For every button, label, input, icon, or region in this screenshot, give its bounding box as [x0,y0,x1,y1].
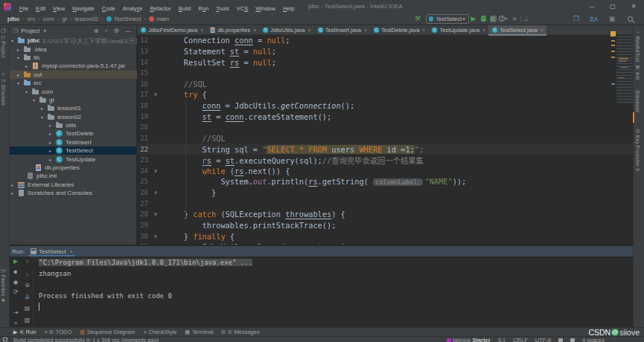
tab-close-icon[interactable]: × [482,28,485,33]
tree-arrow-icon[interactable]: ▸ [17,72,24,77]
project-panel-title[interactable]: Project [21,28,39,34]
tool-window-button[interactable]: ⊟0: Messages [221,329,259,335]
breadcrumb-item[interactable]: com› [43,16,62,22]
code-minimap[interactable] [616,36,633,104]
console-output[interactable]: "C:\Program Files\Java\jdk1.8.0_171\bin\… [34,256,633,328]
inspection-indicator[interactable] [610,31,616,36]
editor-tab[interactable]: TestSelect.java× [488,25,546,35]
menu-item[interactable]: Build [175,5,195,12]
breadcrumb-item[interactable]: jdbc› [7,16,28,22]
tree-row[interactable]: ▾jdbcE:\2021学习\大三下学期\JavaEE开发\my [10,36,137,45]
tool-window-button[interactable]: ▶4: Run [13,329,36,335]
menu-item[interactable]: Run [194,5,212,12]
settings-icon[interactable]: ⚙ [114,28,119,34]
tool-button[interactable]: ◎Key Promoter X [635,128,640,172]
tree-row[interactable]: ▾lib [10,54,137,62]
tab-close-icon[interactable]: × [422,28,425,33]
hide-panel-icon[interactable]: — [125,28,131,34]
breadcrumb-item[interactable]: main [149,16,175,22]
tree-arrow-icon[interactable]: ▾ [17,55,24,60]
menu-item[interactable]: VCS [233,5,252,12]
tree-row[interactable]: jdbc.iml [10,172,137,180]
toolwindow-switcher-icon[interactable] [3,338,7,341]
fold-icon[interactable]: ∧ [148,190,163,196]
tool-window-button[interactable]: ▥Sequence Diagram [80,329,135,335]
encoding[interactable]: UTF-8 [535,337,551,342]
menu-item[interactable]: View [49,5,68,12]
tree-row[interactable]: ▸TestSelect [10,146,137,155]
restore-layout-icon[interactable]: ◉ [13,277,19,287]
tree-row[interactable]: ▾gt [10,96,137,104]
locate-file-icon[interactable]: ⊕ [94,28,99,34]
lock-icon[interactable] [558,338,563,342]
indent-setting[interactable]: 4 spaces [582,337,605,342]
tab-close-icon[interactable]: × [200,28,203,33]
menu-item[interactable]: Analyze [119,5,147,12]
tree-row[interactable]: ▸TestUpdate [10,155,137,163]
tool-button[interactable]: ⚒Ant [635,65,640,80]
menu-item[interactable]: Help [279,5,298,12]
tree-arrow-icon[interactable]: ▸ [11,182,18,187]
editor-tab[interactable]: JdbcFirstDemo.java× [137,25,206,35]
minimize-button[interactable]: — [581,3,602,10]
menu-item[interactable]: Edit [32,5,49,12]
tree-arrow-icon[interactable]: ▾ [17,80,24,86]
tool-button-project[interactable]: ❐1: Project [1,28,6,57]
tree-arrow-icon[interactable]: ▸ [41,106,48,111]
editor-tab[interactable]: TestUpdate.java× [428,25,488,35]
editor-tab[interactable]: db.properties× [206,25,259,35]
tree-row[interactable]: ▸out [10,71,137,79]
menu-item[interactable]: File [16,5,32,12]
scroll-end-icon[interactable]: ⇊ [25,291,30,303]
tree-arrow-icon[interactable]: ▾ [11,38,18,43]
rerun-icon[interactable]: ▶ [13,256,18,267]
down-stack-icon[interactable]: ↓ [26,268,29,280]
breadcrumb-item[interactable]: gt› [62,16,74,22]
menu-item[interactable]: Window [252,5,279,12]
tool-button-structure[interactable]: ⌗7: Structure [1,71,6,106]
code-area[interactable]: 12 Connection conn = null;13 Statement s… [137,35,633,245]
tree-arrow-icon[interactable]: ▸ [25,63,32,68]
tool-window-button[interactable]: ≡6: TODO [45,329,72,335]
tree-row[interactable]: ▸External Libraries [10,181,137,189]
tree-arrow-icon[interactable]: ▸ [49,140,56,145]
clear-icon[interactable]: ▥ [25,314,31,326]
print-icon[interactable]: ▤ [25,303,31,314]
tab-close-icon[interactable]: × [541,28,543,33]
tool-button-favorites[interactable]: 2: Favorites★ [1,269,6,303]
tree-arrow-icon[interactable]: ▸ [49,131,56,136]
tab-close-icon[interactable]: × [364,28,367,33]
more-icon[interactable]: » [14,317,17,328]
up-stack-icon[interactable]: ↑ [26,256,29,268]
tree-arrow-icon[interactable]: ▸ [49,148,56,153]
collapse-all-icon[interactable]: ÷ [104,28,107,34]
menu-item[interactable]: Tools [212,5,233,12]
breadcrumb-item[interactable]: TestSelect› [106,16,149,22]
tree-row[interactable]: ▸.idea [10,45,137,53]
inspector-icon[interactable] [570,338,575,342]
tree-row[interactable]: ▾com [10,87,137,95]
run-tab-close-icon[interactable]: × [70,249,73,254]
close-button[interactable]: ✕ [623,3,644,10]
tree-arrow-icon[interactable]: ▸ [17,47,24,52]
tree-arrow-icon[interactable]: ▾ [41,114,48,120]
tree-row[interactable]: ▸utils [10,121,137,129]
tree-row[interactable]: ▸Scratches and Consoles [10,189,137,197]
tab-close-icon[interactable]: × [308,28,311,33]
caret-position[interactable]: 5:1 [498,337,506,342]
tree-row[interactable]: ▸TestInsert [10,138,137,146]
tree-row[interactable]: ▸lesson01 [10,104,137,112]
tool-window-button[interactable]: ▦Terminal [185,329,213,335]
stop-icon[interactable]: ■ [14,267,18,277]
editor-tab[interactable]: TestDelete.java× [370,25,428,35]
tabnine-widget[interactable]: tabnineStarter [447,337,491,342]
tool-window-button[interactable]: ◑CheckStyle [143,329,176,335]
fold-icon[interactable]: ∧ [148,233,163,239]
run-tab[interactable]: TestSelect× [28,246,75,256]
tree-row[interactable]: ▾lesson02 [10,113,137,121]
fold-icon[interactable]: ∨ [148,211,163,217]
fold-icon[interactable]: ∨ [148,168,163,174]
pin-tab-icon[interactable]: ⇥ [13,308,19,318]
editor-tab[interactable]: JdbcUtils.java× [259,25,313,35]
menu-item[interactable]: Code [98,5,119,12]
